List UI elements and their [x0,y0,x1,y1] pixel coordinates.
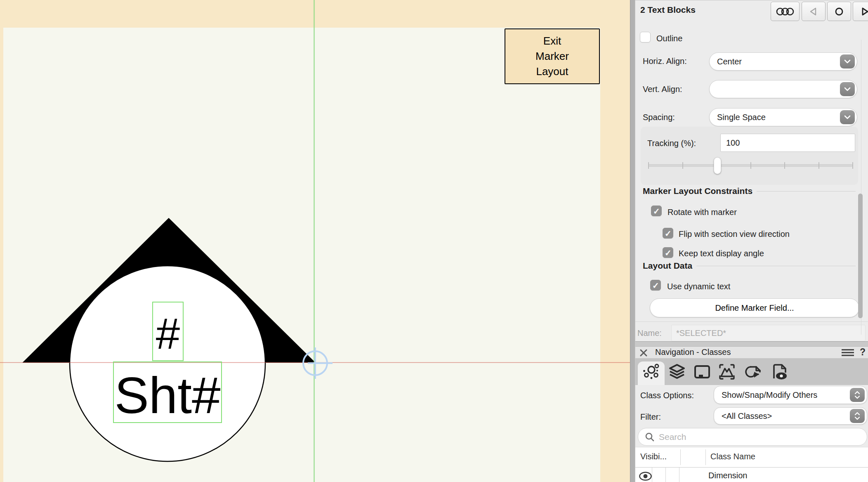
keep-text-angle-label: Keep text display angle [679,248,764,259]
chevron-down-icon [840,82,855,96]
layout-data-heading: Layout Data [643,261,692,271]
horiz-align-value: Center [710,57,840,66]
outline-checkbox[interactable] [640,32,651,43]
palette-separator[interactable] [635,341,868,347]
horiz-align-label: Horiz. Align: [643,56,687,66]
class-name-cell[interactable]: Dimension [708,471,747,480]
chevron-down-icon [840,54,855,69]
search-field[interactable] [638,428,867,446]
linked-circles-icon [776,7,794,17]
tracking-group: Tracking (%): [641,127,858,185]
use-dynamic-text-label: Use dynamic text [667,281,730,292]
flip-with-section-checkbox[interactable] [663,228,673,239]
navigation-toolbar [635,358,868,385]
help-icon[interactable]: ? [860,347,866,358]
circle-icon [834,7,844,17]
tab-viewports[interactable] [771,363,789,381]
tab-references[interactable] [745,363,763,381]
navigation-title: Navigation - Classes [655,347,731,357]
constraints-heading: Marker Layout Constraints [643,186,752,196]
filter-value: <All Classes> [714,411,850,421]
sheet-layer-icon [693,363,711,381]
object-info-title: 2 Text Blocks [640,5,696,15]
classes-dots-icon [642,363,660,381]
saved-views-icon [718,363,736,381]
rotate-with-marker-label: Rotate with marker [668,207,737,217]
use-dynamic-text-checkbox[interactable] [650,280,661,291]
reference-page-icon [745,363,763,381]
search-icon [645,432,655,442]
filter-label: Filter: [640,411,661,422]
chevron-down-icon [840,110,855,124]
tracking-input[interactable] [720,134,855,152]
name-label: Name: [637,328,662,338]
close-icon[interactable] [639,349,648,357]
layers-icon [668,363,686,381]
tab-sheet-layers[interactable] [693,363,711,381]
prev-object-button[interactable] [802,2,826,21]
outline-label: Outline [656,33,682,44]
scrollbar-thumb[interactable] [858,194,863,318]
search-input[interactable] [659,432,867,442]
chevron-up-down-icon [850,409,865,423]
page-eye-icon [771,363,789,381]
tracking-label: Tracking (%): [647,138,696,149]
flip-with-section-label: Flip with section view direction [679,229,790,239]
column-header-class-name[interactable]: Class Name [710,452,755,461]
spacing-dropdown[interactable]: Single Space [709,108,857,126]
class-table: Visibi... Class Name Dimension [635,447,868,482]
tab-design-layers[interactable] [668,363,686,381]
tracking-slider-thumb[interactable] [714,157,721,174]
class-options-label: Class Options: [640,390,694,401]
next-object-button[interactable] [853,2,868,21]
exit-marker-layout-button[interactable]: Exit Marker Layout [505,28,600,84]
vert-align-dropdown[interactable] [709,80,857,98]
visibility-eye-icon[interactable] [639,471,652,481]
spacing-value: Single Space [710,113,840,122]
vert-align-label: Vert. Align: [643,84,682,95]
chain-selection-button[interactable] [771,2,800,21]
tab-saved-views[interactable] [718,363,736,381]
tab-classes[interactable] [642,363,660,381]
filter-dropdown[interactable]: <All Classes> [714,407,867,425]
chevron-up-down-icon [850,388,865,402]
rotate-with-marker-checkbox[interactable] [651,206,662,216]
horiz-align-dropdown[interactable]: Center [709,52,857,71]
current-object-button[interactable] [827,2,851,21]
column-header-visibility[interactable]: Visibi... [640,452,667,461]
origin-cursor [303,347,333,379]
triangle-left-icon [809,7,818,17]
panel-divider[interactable] [630,0,635,482]
define-marker-field-button[interactable]: Define Marker Field... [650,298,859,317]
triangle-right-icon [860,7,868,17]
keep-text-angle-checkbox[interactable] [663,247,673,258]
navigation-header: Navigation - Classes ? [635,347,868,358]
class-options-dropdown[interactable]: Show/Snap/Modify Others [714,386,867,404]
drawing-canvas[interactable]: # Sht# Exit Marker Layout [0,0,635,482]
menu-icon[interactable] [842,349,854,356]
marker-circle[interactable] [70,266,265,461]
name-input[interactable] [671,325,866,341]
class-options-value: Show/Snap/Modify Others [714,390,850,400]
marker-sheet-text[interactable]: Sht# [114,366,220,424]
marker-number-text[interactable]: # [156,310,180,358]
spacing-label: Spacing: [643,112,675,123]
